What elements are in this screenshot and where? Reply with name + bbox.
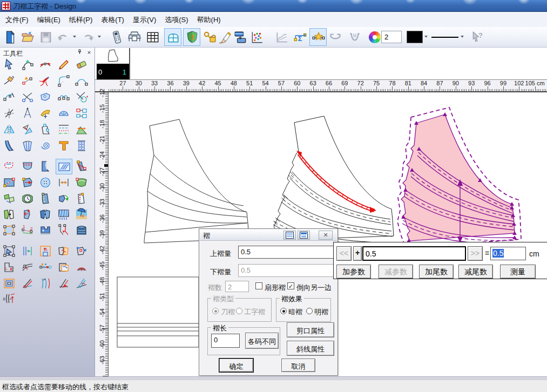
awl-tool[interactable] xyxy=(1,73,18,89)
stretch-line-tool[interactable] xyxy=(19,73,36,89)
calc-fwd-button[interactable]: >> xyxy=(468,246,483,261)
flip-tool[interactable] xyxy=(56,191,72,207)
spiral-tool[interactable] xyxy=(37,138,54,154)
menu-item-0[interactable]: 文件(F) xyxy=(2,12,32,27)
menu-item-3[interactable]: 表格(T) xyxy=(98,12,127,27)
angle-line-tool[interactable] xyxy=(19,276,36,292)
move-piece-tool[interactable] xyxy=(19,207,36,222)
grading-tool[interactable] xyxy=(73,122,90,138)
menu-item-4[interactable]: 显示(V) xyxy=(130,12,159,27)
line-style-sample[interactable] xyxy=(431,37,458,38)
compare-piece-tool[interactable] xyxy=(1,207,18,222)
arc-tool[interactable] xyxy=(73,73,90,89)
frame-tool[interactable] xyxy=(1,276,18,292)
upper-pleat-input[interactable]: 0.5 xyxy=(238,246,334,259)
spread-tool[interactable] xyxy=(73,159,90,174)
dialog-list-button[interactable] xyxy=(283,231,296,240)
show-one-piece-button[interactable]: 1 xyxy=(185,30,199,44)
clear-button[interactable] xyxy=(218,30,232,44)
pocket-tool[interactable] xyxy=(19,159,36,174)
sewing-machine-tool[interactable] xyxy=(37,222,54,238)
close-palette-icon[interactable]: × xyxy=(85,49,93,57)
curve-chart-button[interactable] xyxy=(275,30,289,44)
star-line-button[interactable] xyxy=(312,30,326,44)
color-swatch-caret[interactable] xyxy=(424,36,428,38)
menu-item-1[interactable]: 编辑(E) xyxy=(34,12,64,27)
box-join-tool[interactable] xyxy=(56,260,72,275)
copy-boxes-tool[interactable] xyxy=(73,106,90,121)
redo-button-caret[interactable] xyxy=(98,36,101,38)
calc-result[interactable]: 0.5 xyxy=(490,247,526,260)
join-pieces-tool[interactable] xyxy=(56,244,72,259)
pencil-tool[interactable] xyxy=(56,57,72,73)
palette-header[interactable]: 工具栏 × xyxy=(0,48,95,58)
sew-bird-tool[interactable] xyxy=(37,73,54,89)
mirror-tool[interactable] xyxy=(1,122,18,138)
sub-param-button[interactable]: 减参数 xyxy=(379,265,413,279)
add-tail-button[interactable]: 加尾数 xyxy=(419,265,454,279)
pattern-piece-selected[interactable] xyxy=(397,107,521,248)
per-size-button[interactable]: 各码不同 xyxy=(245,333,279,349)
line-width-input[interactable]: 2 xyxy=(381,31,402,43)
light-pleat-radio[interactable] xyxy=(306,308,313,314)
dialog-close-button[interactable]: ✕ xyxy=(319,231,333,240)
rotate-shape-tool[interactable] xyxy=(37,122,54,138)
arc-adjust-tool[interactable] xyxy=(1,90,18,105)
curve-u-button[interactable] xyxy=(328,30,342,44)
double-arc-tool[interactable] xyxy=(56,90,72,105)
move-rotate-tool[interactable] xyxy=(19,122,36,138)
scissors-tool[interactable] xyxy=(19,90,36,105)
pattern-piece-rectangle[interactable] xyxy=(117,277,199,347)
bezier-pen-tool[interactable] xyxy=(19,57,36,73)
angle-arrow-tool[interactable] xyxy=(56,276,72,292)
fan-pleat-checkbox[interactable] xyxy=(255,282,262,289)
select-region-tool[interactable] xyxy=(1,244,18,259)
pleat-fan-tool[interactable] xyxy=(19,138,36,154)
move-part-tool[interactable] xyxy=(19,175,36,191)
pleat-stack-tool[interactable] xyxy=(73,138,90,154)
title-bar[interactable]: 刀褶工字褶 - Design xyxy=(0,0,547,12)
patch-tool[interactable] xyxy=(37,90,54,105)
s-curve-tool[interactable] xyxy=(56,222,72,238)
seam-window-button[interactable] xyxy=(166,30,180,44)
protractor-tool[interactable] xyxy=(56,106,72,121)
insert-pleat-tool[interactable] xyxy=(56,159,72,174)
color-points-button[interactable] xyxy=(250,30,264,44)
add-param-button[interactable]: 加参数 xyxy=(336,265,371,279)
split-piece-tool[interactable] xyxy=(1,138,18,154)
seam-allowance-tool[interactable] xyxy=(37,106,54,121)
save-button[interactable] xyxy=(39,30,53,44)
line-style-caret[interactable] xyxy=(461,36,464,38)
calc-back-button[interactable]: << xyxy=(336,246,352,261)
measure-sum-button[interactable]: Σ xyxy=(293,30,307,44)
line-type-tool[interactable] xyxy=(56,122,72,138)
new-document-button[interactable] xyxy=(3,30,17,44)
drawer-tool[interactable] xyxy=(73,222,90,238)
help-button[interactable]: ? xyxy=(471,30,485,44)
color-swatch[interactable] xyxy=(407,31,423,43)
calc-input[interactable]: 0.5 xyxy=(362,246,466,261)
adjust-curve-tool[interactable] xyxy=(37,57,54,73)
text-tool[interactable] xyxy=(56,138,72,154)
double-curve-tool[interactable] xyxy=(37,276,54,292)
layout-box-tool[interactable]: L xyxy=(37,244,54,259)
seam-outline-tool[interactable] xyxy=(1,159,18,174)
measure-button[interactable]: 测量 xyxy=(500,265,536,279)
menu-item-2[interactable]: 纸样(P) xyxy=(66,12,96,27)
undo-button-caret[interactable] xyxy=(73,36,76,38)
button-tool[interactable] xyxy=(37,175,54,191)
pattern-piece-plain[interactable] xyxy=(144,119,249,243)
angle-measure-tool[interactable] xyxy=(73,276,90,292)
undo-button[interactable] xyxy=(56,30,70,44)
redo-button[interactable] xyxy=(81,30,95,44)
eraser-tool[interactable] xyxy=(73,57,90,73)
corner-piece-tool[interactable]: L xyxy=(1,260,18,275)
corner-arc-tool[interactable] xyxy=(56,73,72,89)
cut-curve-tool[interactable] xyxy=(73,90,90,105)
align-arrows-tool[interactable] xyxy=(19,244,36,259)
pattern-cell[interactable]: 0 1 xyxy=(97,48,130,79)
drill-tool[interactable] xyxy=(37,191,54,207)
pair-piece-tool[interactable] xyxy=(37,207,54,222)
notch-piece-tool[interactable] xyxy=(73,191,90,207)
lock-button[interactable] xyxy=(202,30,217,44)
